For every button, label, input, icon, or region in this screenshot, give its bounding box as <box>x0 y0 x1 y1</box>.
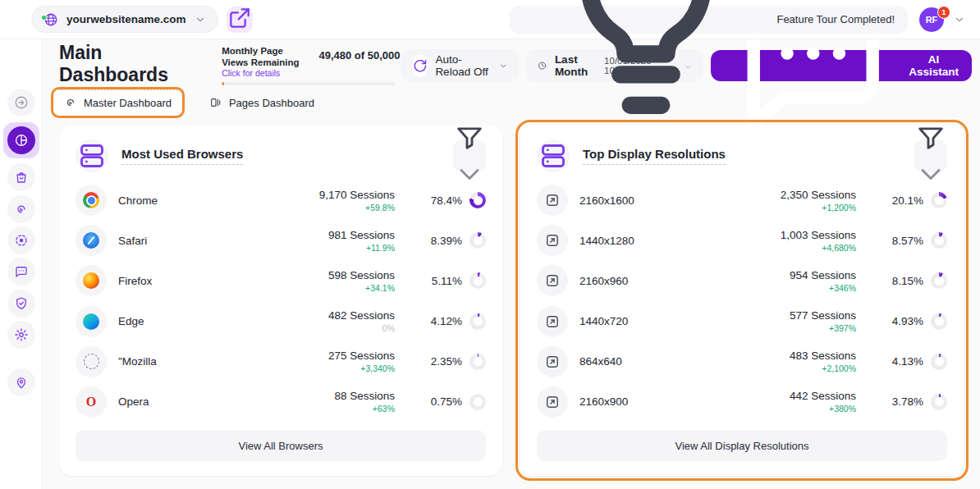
sessions-value: 577 Sessions <box>790 309 856 322</box>
filter-icon <box>453 121 486 156</box>
resolution-icon <box>537 386 568 418</box>
percent-block: 8.15% <box>887 272 947 289</box>
sessions-block: 442 Sessions+380% <box>711 390 887 414</box>
donut-chart <box>469 272 486 289</box>
sessions-value: 9,170 Sessions <box>319 189 395 201</box>
percent-block: 20.1% <box>887 192 947 208</box>
edge-icon <box>76 306 107 337</box>
topbar: yourwebsitename.com Feature Tour Complet… <box>0 0 980 39</box>
feature-tour-pill[interactable]: Feature Tour Completed! <box>510 6 908 34</box>
percent-value: 8.57% <box>887 235 923 247</box>
percent-value: 5.11% <box>426 275 462 287</box>
row-label: Safari <box>118 235 250 247</box>
list-item[interactable]: "Mozilla275 Sessions+3,340%2.35% <box>76 344 486 380</box>
list-stack-icon <box>76 139 108 172</box>
app-root: yourwebsitename.com Feature Tour Complet… <box>0 0 980 489</box>
percent-value: 8.39% <box>426 235 462 247</box>
percent-block: 3.78% <box>887 394 947 410</box>
sessions-block: 9,170 Sessions+59.8% <box>250 189 426 213</box>
row-label: 1440x720 <box>579 315 711 327</box>
sessions-block: 954 Sessions+346% <box>711 269 887 293</box>
list-item[interactable]: Safari981 Sessions+11.9%8.39% <box>76 222 486 258</box>
lightbulb-icon <box>523 0 769 144</box>
list-item[interactable]: Edge482 Sessions0%4.12% <box>76 304 486 340</box>
shopping-bag-icon <box>14 170 29 185</box>
safari-icon <box>76 225 107 256</box>
tab-pages-dashboard[interactable]: Pages Dashboard <box>199 90 324 115</box>
delta-value: +346% <box>829 283 856 293</box>
avatar: RF 1 <box>919 7 944 32</box>
dashboard-pie-icon <box>14 133 29 148</box>
page-views-quota: Monthly Page Views Remaining Click for d… <box>222 46 400 86</box>
row-label: Firefox <box>118 275 250 287</box>
shield-check-icon <box>14 296 29 311</box>
sessions-block: 88 Sessions+63% <box>250 390 426 414</box>
spiral-icon <box>64 96 77 109</box>
list-item[interactable]: 1440x720577 Sessions+397%4.93% <box>537 304 947 340</box>
ai-assistant-label: AI Assistant <box>909 53 959 78</box>
tab-master-dashboard[interactable]: Master Dashboard <box>54 90 181 115</box>
sidebar-item-location-pin[interactable] <box>7 368 35 396</box>
opera-icon: O <box>76 386 107 418</box>
list-item[interactable]: 2160x16002,350 Sessions+1,200%20.1% <box>537 182 947 218</box>
pages-icon <box>209 96 222 109</box>
dashboard-tabs: Master DashboardPages Dashboard <box>54 90 324 115</box>
filter-button[interactable] <box>914 139 947 172</box>
sidebar-item-settings-gear[interactable] <box>7 321 35 349</box>
sessions-value: 954 Sessions <box>790 269 856 281</box>
list-item[interactable]: 2160x960954 Sessions+346%8.15% <box>537 263 947 299</box>
chat-icon <box>14 264 29 279</box>
resolution-icon <box>537 225 568 256</box>
list-item[interactable]: Firefox598 Sessions+34.1%5.11% <box>76 263 486 299</box>
sidebar-item-dashboard-pie[interactable] <box>7 126 35 154</box>
sessions-value: 482 Sessions <box>328 309 395 322</box>
filter-icon <box>914 121 947 156</box>
refresh-icon <box>412 54 428 77</box>
filter-button[interactable] <box>453 139 486 172</box>
firefox-icon <box>76 265 107 296</box>
percent-block: 8.39% <box>426 232 486 249</box>
list-item[interactable]: OOpera88 Sessions+63%0.75% <box>76 384 486 420</box>
website-selector[interactable]: yourwebsitename.com <box>31 6 218 33</box>
online-status-dot <box>41 15 47 21</box>
delta-value: +59.8% <box>365 203 395 213</box>
sidebar-item-shield-check[interactable] <box>7 290 35 318</box>
delta-value: +2,100% <box>822 363 856 373</box>
list-item[interactable]: 864x640483 Sessions+2,100%4.13% <box>537 344 947 380</box>
delta-value: +11.9% <box>366 243 395 253</box>
list-item[interactable]: 1440x12801,003 Sessions+4,680%8.57% <box>537 222 947 258</box>
row-label: Edge <box>118 315 250 327</box>
resolution-icon <box>537 185 568 216</box>
delta-value: +3,340% <box>360 363 395 373</box>
view-all-browsers-button[interactable]: View All Browsers <box>76 430 486 461</box>
user-menu[interactable]: RF 1 <box>919 7 972 32</box>
chevron-down-icon <box>499 60 508 72</box>
percent-block: 4.12% <box>426 313 486 330</box>
row-label: 1440x1280 <box>579 235 711 247</box>
donut-chart <box>931 272 947 289</box>
sessions-block: 1,003 Sessions+4,680% <box>711 229 887 253</box>
sidebar-item-arrow-right-circle[interactable] <box>7 89 35 117</box>
chevron-down-icon <box>954 14 965 25</box>
card-top-display-resolutions: Top Display Resolutions 2160x16002,350 S… <box>520 125 964 476</box>
sidebar-item-shopping-bag[interactable] <box>7 163 35 191</box>
sidebar-item-screen-record[interactable] <box>7 226 35 254</box>
percent-value: 20.1% <box>887 194 923 207</box>
quota-details-link[interactable]: Click for details <box>222 68 310 78</box>
sidebar-item-chat[interactable] <box>7 258 35 286</box>
sessions-value: 483 Sessions <box>790 350 856 362</box>
delta-value: +380% <box>829 404 856 414</box>
open-website-button[interactable] <box>227 7 253 33</box>
row-label: 864x640 <box>579 355 711 368</box>
settings-gear-icon <box>14 327 29 342</box>
sidebar-item-spiral[interactable] <box>7 195 35 223</box>
sessions-block: 275 Sessions+3,340% <box>250 350 426 373</box>
auto-reload-dropdown[interactable]: Auto-Reload Off <box>401 49 520 82</box>
list-item[interactable]: Chrome9,170 Sessions+59.8%78.4% <box>76 182 486 218</box>
view-all-resolutions-button[interactable]: View All Display Resolutions <box>537 430 947 461</box>
list-item[interactable]: 2160x900442 Sessions+380%3.78% <box>537 384 947 420</box>
card-title: Most Used Browsers <box>121 147 243 165</box>
external-link-icon <box>227 5 253 34</box>
row-label: "Mozilla <box>118 355 250 368</box>
avatar-initials: RF <box>926 15 938 25</box>
